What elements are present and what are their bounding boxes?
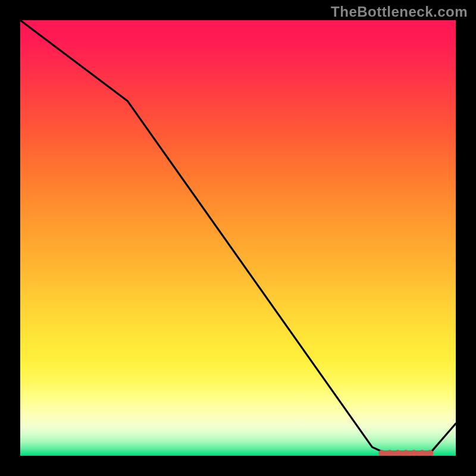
data-line	[20, 20, 456, 453]
chart-canvas: TheBottleneck.com	[0, 0, 476, 476]
watermark-label: TheBottleneck.com	[331, 4, 468, 20]
chart-svg	[20, 20, 456, 456]
plot-area	[20, 20, 456, 456]
